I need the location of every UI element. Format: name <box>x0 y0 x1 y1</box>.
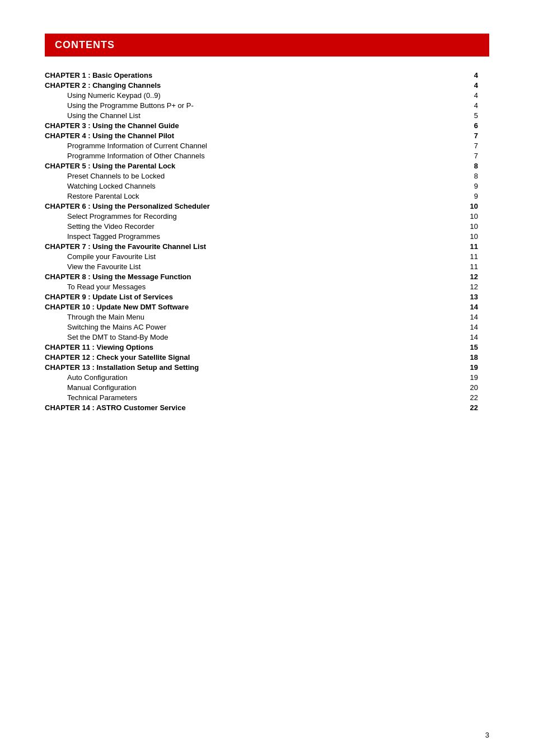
chapter-row: CHAPTER 1 : Basic Operations4 <box>45 70 489 80</box>
sub-row: Set the DMT to Stand-By Mode14 <box>45 332 489 342</box>
toc-item-title: Setting the Video Recorder <box>45 221 436 231</box>
chapter-row: CHAPTER 10 : Update New DMT Software14 <box>45 302 489 312</box>
toc-item-page: 10 <box>436 201 489 211</box>
sub-row: Manual Configuration20 <box>45 382 489 392</box>
toc-item-page: 6 <box>436 120 489 130</box>
toc-item-page: 13 <box>436 292 489 302</box>
toc-item-title: Technical Parameters <box>45 392 436 402</box>
sub-row: Programme Information of Current Channel… <box>45 140 489 151</box>
toc-item-title: CHAPTER 5 : Using the Parental Lock <box>45 161 436 171</box>
sub-row: Technical Parameters22 <box>45 392 489 402</box>
toc-item-title: CHAPTER 10 : Update New DMT Software <box>45 302 436 312</box>
toc-item-page: 19 <box>436 372 489 382</box>
toc-item-title: Restore Parental Lock <box>45 191 436 201</box>
toc-item-page: 4 <box>436 100 489 110</box>
toc-item-page: 10 <box>436 211 489 221</box>
chapter-row: CHAPTER 2 : Changing Channels4 <box>45 80 489 90</box>
toc-item-title: Select Programmes for Recording <box>45 211 436 221</box>
toc-item-title: Auto Configuration <box>45 372 436 382</box>
chapter-row: CHAPTER 5 : Using the Parental Lock8 <box>45 161 489 171</box>
toc-item-title: Using the Channel List <box>45 110 436 120</box>
toc-item-page: 22 <box>436 392 489 402</box>
chapter-row: CHAPTER 11 : Viewing Options15 <box>45 342 489 352</box>
toc-item-title: CHAPTER 13 : Installation Setup and Sett… <box>45 362 436 372</box>
toc-item-title: CHAPTER 2 : Changing Channels <box>45 80 436 90</box>
toc-item-title: Programme Information of Current Channel <box>45 140 436 151</box>
toc-item-page: 8 <box>436 161 489 171</box>
sub-row: Preset Channels to be Locked8 <box>45 171 489 181</box>
toc-item-page: 11 <box>436 241 489 251</box>
toc-item-title: CHAPTER 6 : Using the Personalized Sched… <box>45 201 436 211</box>
sub-row: Using Numeric Keypad (0..9)4 <box>45 90 489 100</box>
toc-item-page: 15 <box>436 342 489 352</box>
contents-title: CONTENTS <box>55 39 115 50</box>
sub-row: Programme Information of Other Channels7 <box>45 151 489 161</box>
toc-item-page: 7 <box>436 140 489 151</box>
sub-row: Using the Programme Buttons P+ or P-4 <box>45 100 489 110</box>
chapter-row: CHAPTER 3 : Using the Channel Guide6 <box>45 120 489 130</box>
chapter-row: CHAPTER 4 : Using the Channel Pilot7 <box>45 130 489 140</box>
toc-item-page: 14 <box>436 322 489 332</box>
toc-item-title: View the Favourite List <box>45 261 436 271</box>
toc-item-page: 4 <box>436 90 489 100</box>
toc-item-page: 9 <box>436 191 489 201</box>
toc-item-title: Compile your Favourite List <box>45 251 436 261</box>
toc-item-title: CHAPTER 3 : Using the Channel Guide <box>45 120 436 130</box>
toc-item-title: Programme Information of Other Channels <box>45 151 436 161</box>
toc-item-title: Switching the Mains AC Power <box>45 322 436 332</box>
toc-item-title: CHAPTER 9 : Update List of Services <box>45 292 436 302</box>
toc-item-page: 22 <box>436 402 489 412</box>
sub-row: View the Favourite List11 <box>45 261 489 271</box>
sub-row: Watching Locked Channels9 <box>45 181 489 191</box>
chapter-row: CHAPTER 7 : Using the Favourite Channel … <box>45 241 489 251</box>
toc-item-title: Inspect Tagged Programmes <box>45 231 436 241</box>
toc-item-title: CHAPTER 4 : Using the Channel Pilot <box>45 130 436 140</box>
toc-item-page: 11 <box>436 261 489 271</box>
chapter-row: CHAPTER 13 : Installation Setup and Sett… <box>45 362 489 372</box>
toc-item-title: Set the DMT to Stand-By Mode <box>45 332 436 342</box>
toc-item-page: 11 <box>436 251 489 261</box>
sub-row: Using the Channel List5 <box>45 110 489 120</box>
chapter-row: CHAPTER 9 : Update List of Services13 <box>45 292 489 302</box>
toc-item-title: CHAPTER 8 : Using the Message Function <box>45 271 436 281</box>
chapter-row: CHAPTER 14 : ASTRO Customer Service22 <box>45 402 489 412</box>
sub-row: Select Programmes for Recording10 <box>45 211 489 221</box>
toc-item-page: 10 <box>436 231 489 241</box>
chapter-row: CHAPTER 6 : Using the Personalized Sched… <box>45 201 489 211</box>
toc-item-page: 19 <box>436 362 489 372</box>
toc-item-title: To Read your Messages <box>45 281 436 292</box>
toc-item-page: 8 <box>436 171 489 181</box>
toc-item-page: 4 <box>436 70 489 80</box>
toc-item-page: 20 <box>436 382 489 392</box>
toc-item-page: 5 <box>436 110 489 120</box>
sub-row: Through the Main Menu14 <box>45 312 489 322</box>
page-number-bottom: 3 <box>485 731 489 739</box>
sub-row: Compile your Favourite List11 <box>45 251 489 261</box>
toc-item-title: Through the Main Menu <box>45 312 436 322</box>
sub-row: Auto Configuration19 <box>45 372 489 382</box>
toc-item-page: 9 <box>436 181 489 191</box>
toc-item-title: CHAPTER 12 : Check your Satellite Signal <box>45 352 436 362</box>
toc-item-page: 7 <box>436 151 489 161</box>
toc-item-title: CHAPTER 7 : Using the Favourite Channel … <box>45 241 436 251</box>
page-container: CONTENTS CHAPTER 1 : Basic Operations4CH… <box>0 0 534 756</box>
sub-row: To Read your Messages12 <box>45 281 489 292</box>
chapter-row: CHAPTER 8 : Using the Message Function12 <box>45 271 489 281</box>
contents-header: CONTENTS <box>45 34 489 57</box>
chapter-row: CHAPTER 12 : Check your Satellite Signal… <box>45 352 489 362</box>
toc-item-page: 4 <box>436 80 489 90</box>
sub-row: Setting the Video Recorder10 <box>45 221 489 231</box>
toc-item-page: 12 <box>436 281 489 292</box>
toc-item-title: CHAPTER 1 : Basic Operations <box>45 70 436 80</box>
toc-item-title: Using Numeric Keypad (0..9) <box>45 90 436 100</box>
toc-item-title: Watching Locked Channels <box>45 181 436 191</box>
toc-table: CHAPTER 1 : Basic Operations4CHAPTER 2 :… <box>45 70 489 412</box>
toc-item-page: 10 <box>436 221 489 231</box>
toc-item-title: Manual Configuration <box>45 382 436 392</box>
toc-item-page: 14 <box>436 312 489 322</box>
toc-item-title: Using the Programme Buttons P+ or P- <box>45 100 436 110</box>
toc-item-page: 7 <box>436 130 489 140</box>
sub-row: Restore Parental Lock9 <box>45 191 489 201</box>
toc-item-page: 14 <box>436 332 489 342</box>
toc-item-title: Preset Channels to be Locked <box>45 171 436 181</box>
